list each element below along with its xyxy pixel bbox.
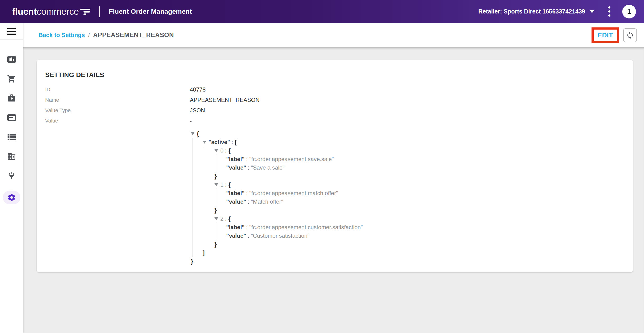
field-value: 40778 [190,86,206,93]
briefcase-play-icon [7,94,16,103]
json-tree-node: "value" : "Customer satisfaction" [226,232,624,240]
json-colon: : [246,164,251,171]
json-tree: {"active" : [0 : {"label" : "fc.order.ap… [191,129,624,266]
json-colon: : [224,216,228,222]
retailer-selector[interactable]: Retailer: Sports Direct 1656337421439 [478,8,594,15]
json-tree-row: "value" : "Match offer" [226,198,624,206]
logo-text-commerce: commerce [37,6,79,16]
field-label: ID [45,86,190,93]
json-tree-row: } [214,172,624,180]
json-colon: : [244,156,249,162]
json-tree-children: "label" : "fc.order.appeasement.save.sal… [216,155,624,172]
json-key: "value" [226,198,246,205]
sidebar-item-fulfilment[interactable] [3,94,20,103]
fluentcommerce-logo[interactable]: fluentcommerce [12,7,91,16]
sidebar-item-orders[interactable] [3,74,20,83]
json-tree-row: "label" : "fc.order.appeasement.match.of… [226,189,624,198]
json-tree-row: "label" : "fc.order.appeasement.save.sal… [226,155,624,164]
json-tree-row: } [191,257,624,266]
sidebar-item-campaigns[interactable] [3,171,20,180]
json-open-bracket: { [228,215,230,222]
json-close-bracket: ] [202,249,205,256]
json-tree-row: 2 : { [214,214,624,223]
json-colon: : [246,198,251,205]
gear-icon [7,193,16,202]
field-row-value-type: Value Type JSON [45,105,624,116]
json-value: "Match offer" [251,198,283,205]
more-options-icon[interactable] [607,5,612,18]
json-tree-row: } [214,206,624,214]
field-value: - [190,118,192,124]
breadcrumb-separator: / [85,32,93,38]
json-key: 1 [220,182,224,188]
collapse-triangle-icon[interactable] [191,132,195,135]
json-tree-node: "label" : "fc.order.appeasement.match.of… [226,189,624,198]
json-close-bracket: } [214,207,217,214]
json-tree-row: "label" : "fc.order.appeasement.customer… [226,223,624,232]
field-label: Name [45,97,190,103]
json-tree-node: 2 : {"label" : "fc.order.appeasement.cus… [214,214,624,248]
field-label: Value Type [45,107,190,114]
json-tree-row: 1 : { [214,180,624,189]
app-title: Fluent Order Management [109,8,192,15]
json-tree-node: 0 : {"label" : "fc.order.appeasement.sav… [214,146,624,180]
collapse-triangle-icon[interactable] [202,141,207,144]
funnel-spark-icon [7,171,16,180]
json-open-bracket: { [197,130,199,138]
json-tree-row: "active" : [ [202,138,624,146]
field-row-name: Name APPEASEMENT_REASON [45,95,624,105]
json-value: "fc.order.appeasement.save.sale" [249,156,334,162]
collapse-triangle-icon[interactable] [214,183,218,186]
hamburger-menu-icon[interactable] [7,23,16,40]
sidebar-item-lists[interactable] [3,132,20,142]
json-close-bracket: } [191,258,193,265]
json-value: "Customer satisfaction" [251,232,310,239]
json-colon: : [244,190,249,196]
json-value: "Save a sale" [251,164,284,171]
json-tree-row: 0 : { [214,146,624,155]
retailer-name: Sports Direct 1656337421439 [504,8,585,15]
sidebar-item-settings[interactable] [3,190,20,204]
collapse-triangle-icon[interactable] [214,217,218,220]
sidebar-item-locations[interactable] [3,152,20,161]
json-tree-children: 0 : {"label" : "fc.order.appeasement.sav… [204,146,624,248]
json-key: "label" [226,156,244,162]
sidebar-item-dashboard[interactable] [3,55,20,64]
json-open-bracket: { [228,181,230,188]
json-colon: : [224,147,228,154]
json-tree-node: "value" : "Match offer" [226,198,624,206]
sidebar [0,23,23,333]
card-title: SETTING DETAILS [45,67,624,79]
json-open-bracket: [ [235,138,237,146]
edit-button[interactable]: EDIT [598,32,613,39]
avatar[interactable]: 1 [622,5,636,18]
json-tree-children: "label" : "fc.order.appeasement.customer… [216,223,624,240]
json-key: "label" [226,190,244,196]
json-key: 2 [220,216,224,222]
json-key: "value" [226,232,246,239]
field-list: ID 40778 Name APPEASEMENT_REASON Value T… [45,84,624,126]
setting-details-card: SETTING DETAILS ID 40778 Name APPEASEMEN… [37,60,633,272]
field-value: APPEASEMENT_REASON [190,97,260,103]
json-tree-node: "active" : [0 : {"label" : "fc.order.app… [202,138,624,257]
content-area: SETTING DETAILS ID 40778 Name APPEASEMEN… [23,47,644,333]
json-tree-row: "value" : "Save a sale" [226,164,624,172]
json-colon: : [246,232,251,239]
json-tree-node: 1 : {"label" : "fc.order.appeasement.mat… [214,180,624,214]
field-value: JSON [190,107,205,114]
sidebar-item-catalogue[interactable] [3,113,20,122]
json-colon: : [224,182,228,188]
breadcrumb-back-link[interactable]: Back to Settings [38,32,85,38]
json-tree-node: "label" : "fc.order.appeasement.customer… [226,223,624,232]
json-key: "label" [226,224,244,230]
sidebar-nav [3,40,20,204]
json-close-bracket: } [214,241,217,248]
json-key: "active" [208,139,230,146]
breadcrumb-current: APPEASEMENT_REASON [93,32,174,39]
collapse-triangle-icon[interactable] [214,149,218,152]
refresh-button[interactable] [623,28,637,42]
json-tree-node: {"active" : [0 : {"label" : "fc.order.ap… [191,129,624,266]
cart-icon [7,74,16,83]
json-colon: : [230,139,235,146]
edit-button-highlight-box: EDIT [592,28,619,43]
